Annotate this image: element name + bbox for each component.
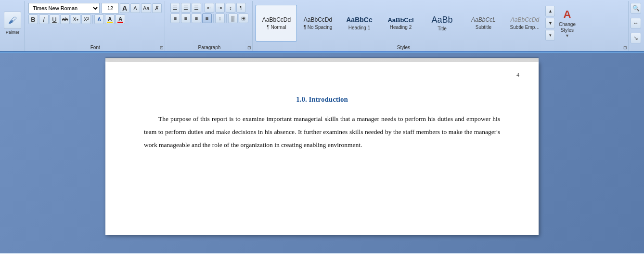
paragraph-group-content: ☰ ☰ ☰ ⇤ ⇥ ↕ ¶ ≡ ≡ ≡ ≡ ↕ ▒: [170, 3, 248, 50]
shading-button[interactable]: ▒: [228, 13, 238, 23]
shrink-font-button[interactable]: A: [130, 3, 140, 13]
bullets-button[interactable]: ☰: [170, 3, 180, 13]
font-group-label: Font: [26, 45, 165, 50]
format-painter-label: Painter: [6, 30, 20, 35]
divider1: [92, 15, 93, 24]
superscript-button[interactable]: X²: [81, 14, 91, 24]
style-subtle-emph-label: Subtle Emp…: [510, 25, 540, 30]
font-group-content: Times New Roman A A Aa ✗ B I U ab X₂: [28, 3, 162, 50]
style-title-preview: AaBb: [431, 15, 452, 26]
font-color-button[interactable]: A: [116, 14, 125, 24]
style-heading2-label: Heading 2: [390, 25, 412, 30]
style-item-normal[interactable]: AaBbCcDd ¶ Normal: [256, 5, 297, 41]
clear-format-button[interactable]: ✗: [152, 3, 162, 13]
style-normal-label: ¶ Normal: [267, 25, 286, 30]
align-right-button[interactable]: ≡: [192, 13, 201, 23]
style-item-subtitle[interactable]: AaBbCcL Subtitle: [463, 5, 504, 41]
styles-scroll-down-button[interactable]: ▼: [545, 18, 555, 28]
paragraph-group: ☰ ☰ ☰ ⇤ ⇥ ↕ ¶ ≡ ≡ ≡ ≡ ↕ ▒: [166, 1, 253, 51]
change-case-button[interactable]: Aa: [141, 3, 151, 13]
change-styles-button[interactable]: A ChangeStyles ▼: [554, 5, 580, 41]
format-painter-area: 🖌 Painter: [2, 1, 25, 51]
page-top-shadow: [105, 58, 539, 62]
borders-button[interactable]: ⊞: [239, 13, 248, 23]
sort-button[interactable]: ↕: [226, 3, 235, 13]
style-item-subtle-emph[interactable]: AaBbCcDd Subtle Emp…: [504, 5, 545, 41]
font-row1: Times New Roman A A Aa ✗: [28, 3, 162, 13]
style-heading2-preview: AaBbCcI: [387, 16, 413, 24]
style-subtle-emph-preview: AaBbCcDd: [511, 16, 539, 23]
document-page: 4 1.0. Introduction The purpose of this …: [105, 62, 539, 235]
align-center-button[interactable]: ≡: [181, 13, 191, 23]
style-item-no-spacing[interactable]: AaBbCcDd ¶ No Spacing: [297, 5, 338, 41]
replace-button[interactable]: ↔: [631, 18, 641, 28]
paragraph-group-label: Paragraph: [166, 45, 252, 50]
italic-button[interactable]: I: [39, 14, 49, 24]
text-effects-button[interactable]: A: [94, 14, 104, 24]
justify-button[interactable]: ≡: [202, 13, 212, 23]
style-item-heading1[interactable]: AaBbCc Heading 1: [338, 5, 380, 41]
document-paragraph[interactable]: The purpose of this report is to examine…: [144, 112, 500, 151]
change-styles-arrow: ▼: [565, 33, 569, 38]
style-item-title[interactable]: AaBb Title: [421, 5, 463, 41]
format-painter-button[interactable]: 🖌: [4, 12, 21, 29]
style-normal-preview: AaBbCcDd: [262, 16, 291, 23]
change-styles-icon: A: [564, 8, 571, 21]
subscript-button[interactable]: X₂: [71, 14, 80, 24]
underline-button[interactable]: U: [50, 14, 59, 24]
divider4: [226, 14, 227, 23]
style-no-spacing-preview: AaBbCcDd: [304, 16, 332, 23]
font-group-expand-icon[interactable]: ⊡: [160, 45, 164, 50]
show-para-button[interactable]: ¶: [236, 3, 246, 13]
para-row1: ☰ ☰ ☰ ⇤ ⇥ ↕ ¶: [170, 3, 248, 13]
find-button[interactable]: 🔍: [631, 3, 641, 13]
highlight-button[interactable]: A: [105, 14, 115, 24]
document-area: 4 1.0. Introduction The purpose of this …: [0, 53, 644, 253]
font-group: Times New Roman A A Aa ✗ B I U ab X₂: [26, 1, 165, 51]
font-name-select[interactable]: Times New Roman: [28, 3, 100, 13]
font-name-combo[interactable]: Times New Roman: [28, 3, 100, 13]
font-row2: B I U ab X₂ X² A A: [28, 14, 162, 24]
strikethrough-button[interactable]: ab: [60, 14, 70, 24]
change-styles-label: ChangeStyles: [559, 22, 576, 33]
styles-scroll-up-button[interactable]: ▲: [545, 6, 555, 16]
line-spacing-button[interactable]: ↕: [215, 13, 225, 23]
styles-group: AaBbCcDd ¶ Normal AaBbCcDd ¶ No Spacing …: [254, 1, 629, 51]
styles-scroll-controls: ▲ ▼ ▾: [545, 5, 553, 41]
page-number: 4: [516, 71, 519, 79]
styles-more-button[interactable]: ▾: [545, 30, 555, 40]
multilevel-button[interactable]: ☰: [192, 3, 201, 13]
style-heading1-label: Heading 1: [348, 25, 371, 30]
page-wrapper: 4 1.0. Introduction The purpose of this …: [105, 58, 539, 235]
ribbon-separator: [0, 51, 644, 52]
style-subtitle-label: Subtitle: [476, 25, 491, 30]
para-row2: ≡ ≡ ≡ ≡ ↕ ▒ ⊞: [170, 13, 248, 23]
document-heading[interactable]: 1.0. Introduction: [144, 95, 500, 104]
bold-button[interactable]: B: [28, 14, 38, 24]
align-left-button[interactable]: ≡: [170, 13, 180, 23]
ribbon: 🖌 Painter Times New Roman A A Aa ✗: [0, 0, 644, 53]
decrease-indent-button[interactable]: ⇤: [205, 3, 214, 13]
style-item-heading2[interactable]: AaBbCcI Heading 2: [380, 5, 421, 41]
style-heading1-preview: AaBbCc: [346, 16, 372, 24]
increase-indent-button[interactable]: ⇥: [215, 3, 225, 13]
styles-group-label: Styles: [291, 45, 516, 50]
font-size-input[interactable]: [102, 3, 119, 13]
select-button[interactable]: ↘: [631, 33, 641, 43]
style-no-spacing-label: ¶ No Spacing: [304, 25, 333, 30]
paragraph-group-expand-icon[interactable]: ⊡: [247, 45, 251, 50]
style-title-label: Title: [438, 26, 447, 31]
numbering-button[interactable]: ☰: [181, 3, 191, 13]
divider3: [213, 14, 214, 23]
divider2: [203, 3, 203, 12]
ribbon-toolbar: 🖌 Painter Times New Roman A A Aa ✗: [0, 0, 644, 51]
right-extra-area: 🔍 ↔ ↘: [630, 1, 642, 51]
styles-group-expand-icon[interactable]: ⊡: [623, 45, 627, 50]
font-size-combo[interactable]: [102, 3, 119, 13]
style-subtitle-preview: AaBbCcL: [471, 16, 496, 23]
grow-font-button[interactable]: A: [120, 3, 129, 13]
